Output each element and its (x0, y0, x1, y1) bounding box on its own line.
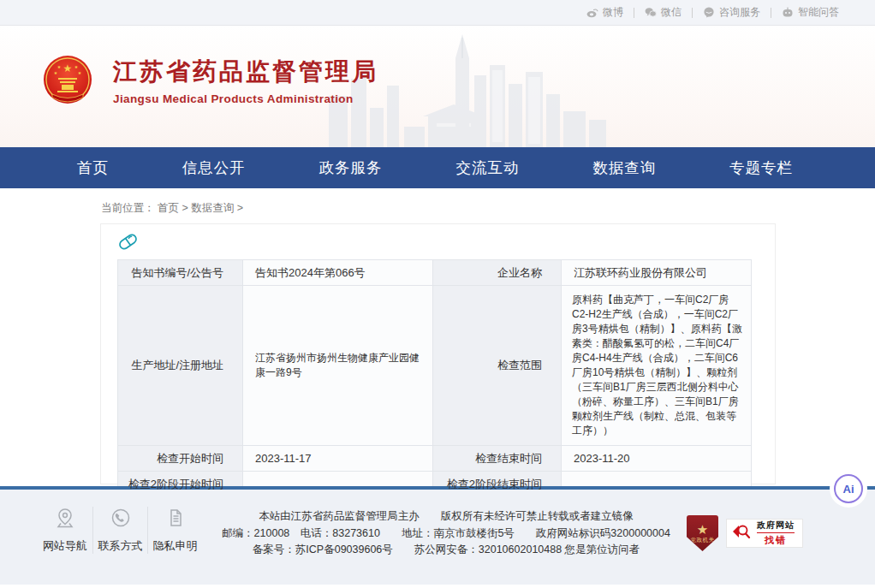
phone-icon (110, 517, 132, 532)
notice-number-label: 告知书编号/公告号 (118, 260, 243, 286)
weibo-label: 微博 (603, 5, 623, 20)
map-pin-icon (54, 517, 76, 532)
inspection-start-value: 2023-11-17 (243, 446, 433, 472)
footer: 网站导航 联系方式 隐私申明 本站由江苏省药品监督管理局主办 版权所有未经许可禁… (0, 490, 875, 585)
badge-star-icon: ★ (697, 523, 708, 536)
robot-icon (782, 7, 794, 18)
svg-text:★: ★ (74, 64, 79, 69)
site-navigation-label: 网站导航 (39, 538, 91, 554)
svg-text:★: ★ (63, 62, 73, 74)
svg-text:★: ★ (78, 70, 82, 75)
error-report-bottom-label: 找错 (757, 532, 795, 547)
party-gov-badge-label: 党政机关 (691, 537, 715, 544)
breadcrumb-separator: > (237, 202, 243, 214)
inspection-end-label: 检查结束时间 (433, 446, 562, 472)
consult-service-link[interactable]: 咨询服务 (703, 5, 760, 20)
smart-qa-link[interactable]: 智能问答 (782, 5, 839, 20)
privacy-statement-link[interactable]: 隐私申明 (147, 507, 202, 554)
weibo-link[interactable]: 微博 (586, 5, 623, 20)
magnifier-icon (731, 521, 752, 545)
company-name-value: 江苏联环药业股份有限公司 (562, 260, 752, 286)
wechat-label: 微信 (661, 5, 682, 20)
table-row: 告知书编号/公告号 告知书2024年第066号 企业名称 江苏联环药业股份有限公… (118, 260, 752, 286)
inspection-detail-panel: 告知书编号/公告号 告知书2024年第066号 企业名称 江苏联环药业股份有限公… (100, 223, 776, 484)
nav-item-gov-services[interactable]: 政务服务 (319, 157, 383, 178)
footer-badges: ★ 党政机关 政府网站 找错 (687, 515, 803, 551)
inspection-scope-value: 原料药【曲克芦丁，一车间C2厂房C2-H2生产线（合成），一车间C2厂房3号精烘… (562, 286, 752, 446)
svg-text:★: ★ (57, 64, 62, 69)
footer-line-host: 本站由江苏省药品监督管理局主办 版权所有未经许可禁止转载或者建立镜像 (214, 508, 678, 526)
footer-quick-links: 网站导航 联系方式 隐私申明 (38, 507, 202, 554)
footer-line-icp: 备案号：苏ICP备09039606号 苏公网安备：32010602010488 … (214, 542, 678, 559)
smart-qa-label: 智能问答 (798, 5, 839, 20)
notice-number-value: 告知书2024年第066号 (243, 260, 433, 286)
logo-row: ★ ★ ★ ★ ★ 江苏省药品监督管理局 Jiangsu Medical Pro… (41, 54, 378, 107)
pill-icon-wrap (101, 224, 775, 259)
nav-item-info-disclosure[interactable]: 信息公开 (182, 157, 246, 178)
ai-assistant-button[interactable]: Ai (834, 474, 863, 503)
privacy-statement-label: 隐私申明 (150, 538, 200, 554)
error-report-top-label: 政府网站 (757, 520, 795, 532)
contact-label: 联系方式 (95, 538, 146, 554)
divider (692, 8, 693, 18)
wechat-link[interactable]: 微信 (645, 5, 682, 20)
weibo-icon (586, 7, 598, 18)
breadcrumb-data-query-link[interactable]: 数据查询 (191, 202, 234, 214)
divider (771, 8, 771, 18)
company-name-label: 企业名称 (433, 260, 562, 286)
top-utility-bar: 微博 微信 咨询服务 智能问答 (0, 0, 875, 26)
document-icon (164, 517, 187, 532)
main-content: 当前位置： 首页 > 数据查询 > 告知书编号/公告号 告知书2024年第066… (0, 188, 875, 486)
nav-item-interaction[interactable]: 交流互动 (455, 157, 519, 178)
table-row: 生产地址/注册地址 江苏省扬州市扬州生物健康产业园健康一路9号 检查范围 原料药… (118, 286, 752, 446)
address-label: 生产地址/注册地址 (118, 286, 243, 446)
title-block: 江苏省药品监督管理局 Jiangsu Medical Products Admi… (113, 56, 378, 105)
error-report-text: 政府网站 找错 (757, 520, 795, 547)
divider (634, 8, 634, 18)
breadcrumb: 当前位置： 首页 > 数据查询 > (0, 188, 875, 223)
capsule-pill-icon (116, 230, 140, 253)
inspection-scope-label: 检查范围 (433, 286, 562, 446)
contact-link[interactable]: 联系方式 (92, 507, 147, 554)
site-header: ★ ★ ★ ★ ★ 江苏省药品监督管理局 Jiangsu Medical Pro… (0, 26, 875, 147)
chat-bubble-icon (703, 7, 715, 18)
site-title: 江苏省药品监督管理局 (113, 56, 378, 88)
site-navigation-link[interactable]: 网站导航 (38, 507, 92, 554)
footer-line-contact: 邮编：210008 电话：83273610 地址：南京市鼓楼街5号 政府网站标识… (214, 526, 678, 543)
footer-info-text: 本站由江苏省药品监督管理局主办 版权所有未经许可禁止转载或者建立镜像 邮编：21… (202, 507, 678, 559)
party-gov-badge[interactable]: ★ 党政机关 (687, 515, 718, 551)
inspection-end-value: 2023-11-20 (562, 446, 752, 472)
table-row: 检查开始时间 2023-11-17 检查结束时间 2023-11-20 (118, 446, 752, 472)
nav-item-data-query[interactable]: 数据查询 (592, 157, 656, 178)
nav-item-special-topics[interactable]: 专题专栏 (729, 157, 793, 178)
breadcrumb-separator: > (182, 202, 188, 214)
inspection-start-label: 检查开始时间 (118, 446, 243, 472)
nav-item-home[interactable]: 首页 (77, 157, 109, 178)
breadcrumb-prefix: 当前位置： (101, 202, 155, 214)
national-emblem-logo: ★ ★ ★ ★ ★ (41, 54, 94, 107)
main-nav: 首页 信息公开 政务服务 交流互动 数据查询 专题专栏 (0, 147, 875, 188)
svg-text:★: ★ (54, 70, 58, 75)
address-value: 江苏省扬州市扬州生物健康产业园健康一路9号 (243, 286, 433, 446)
wechat-icon (645, 7, 657, 18)
site-subtitle-en: Jiangsu Medical Products Administration (113, 92, 378, 105)
breadcrumb-home-link[interactable]: 首页 (158, 202, 179, 214)
consult-service-label: 咨询服务 (719, 5, 760, 20)
gov-site-error-report-badge[interactable]: 政府网站 找错 (726, 519, 803, 548)
